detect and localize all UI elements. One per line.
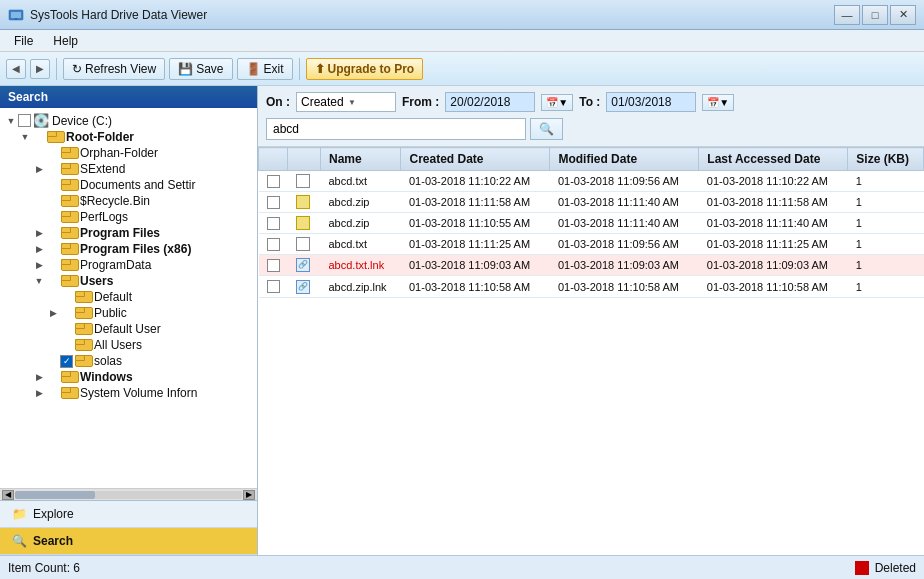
tree-checkbox-solas[interactable]: ✓ xyxy=(60,355,73,368)
row-name-5: abcd.zip.lnk xyxy=(321,276,401,297)
tree-label-solas: solas xyxy=(94,354,122,368)
tree-item-documents[interactable]: Documents and Settir xyxy=(0,177,257,193)
table-row[interactable]: 🔗abcd.zip.lnk01-03-2018 11:10:58 AM01-03… xyxy=(259,276,924,297)
row-checkbox-2[interactable] xyxy=(259,213,288,234)
tree-item-system-volume[interactable]: ▶System Volume Inforn xyxy=(0,385,257,401)
tree-item-srecycle[interactable]: $Recycle.Bin xyxy=(0,193,257,209)
tree-expand-programdata[interactable]: ▶ xyxy=(32,258,46,272)
tree-item-root-folder[interactable]: ▼Root-Folder xyxy=(0,129,257,145)
tree-checkbox-device-c[interactable] xyxy=(18,114,31,127)
upgrade-icon: ⬆ xyxy=(315,62,325,76)
col-accessed[interactable]: Last Accessed Date xyxy=(699,148,848,171)
tree-item-program-files-x86[interactable]: ▶Program Files (x86) xyxy=(0,241,257,257)
on-dropdown[interactable]: Created ▼ xyxy=(296,92,396,112)
row-checkbox-5[interactable] xyxy=(259,276,288,297)
save-button[interactable]: 💾 Save xyxy=(169,58,232,80)
tree-expand-root-folder[interactable]: ▼ xyxy=(18,130,32,144)
tree-expand-default[interactable] xyxy=(46,290,60,304)
checkbox-0[interactable] xyxy=(267,175,280,188)
tree-expand-program-files[interactable]: ▶ xyxy=(32,226,46,240)
checkbox-2[interactable] xyxy=(267,217,280,230)
to-date-picker-button[interactable]: 📅▼ xyxy=(702,94,734,111)
tree-expand-default-user[interactable] xyxy=(46,322,60,336)
file-table-wrapper[interactable]: Name Created Date Modified Date Last Acc… xyxy=(258,147,924,555)
explore-nav-item[interactable]: 📁 Explore xyxy=(0,501,257,528)
search-nav-item[interactable]: 🔍 Search xyxy=(0,528,257,555)
tree-cb-placeholder-root-folder xyxy=(32,131,45,144)
checkbox-1[interactable] xyxy=(267,196,280,209)
tree-item-default[interactable]: Default xyxy=(0,289,257,305)
to-date-input[interactable] xyxy=(606,92,696,112)
menu-help[interactable]: Help xyxy=(43,32,88,50)
search-go-button[interactable]: 🔍 xyxy=(530,118,563,140)
exit-button[interactable]: 🚪 Exit xyxy=(237,58,293,80)
row-icon-5: 🔗 xyxy=(288,276,321,297)
tree-item-users[interactable]: ▼Users xyxy=(0,273,257,289)
tree-item-perflogs[interactable]: PerfLogs xyxy=(0,209,257,225)
tree-expand-program-files-x86[interactable]: ▶ xyxy=(32,242,46,256)
row-checkbox-0[interactable] xyxy=(259,171,288,192)
menu-file[interactable]: File xyxy=(4,32,43,50)
tree-item-public[interactable]: ▶Public xyxy=(0,305,257,321)
hscroll-right[interactable]: ▶ xyxy=(243,490,255,500)
prev-button[interactable]: ◀ xyxy=(6,59,26,79)
from-date-input[interactable] xyxy=(445,92,535,112)
dropdown-arrow-icon: ▼ xyxy=(348,98,391,107)
tree-expand-solas[interactable] xyxy=(46,354,60,368)
tree-expand-srecycle[interactable] xyxy=(32,194,46,208)
tree-expand-device-c[interactable]: ▼ xyxy=(4,114,18,128)
tree-item-device-c[interactable]: ▼💽Device (C:) xyxy=(0,112,257,129)
tree-expand-public[interactable]: ▶ xyxy=(46,306,60,320)
tree-item-programdata[interactable]: ▶ProgramData xyxy=(0,257,257,273)
from-date-picker-button[interactable]: 📅▼ xyxy=(541,94,573,111)
minimize-button[interactable]: — xyxy=(834,5,860,25)
toolbar: ◀ ▶ ↻ Refresh View 💾 Save 🚪 Exit ⬆ Upgra… xyxy=(0,52,924,86)
row-checkbox-1[interactable] xyxy=(259,192,288,213)
tree-expand-system-volume[interactable]: ▶ xyxy=(32,386,46,400)
hscroll-left[interactable]: ◀ xyxy=(2,490,14,500)
tree-item-program-files[interactable]: ▶Program Files xyxy=(0,225,257,241)
search-text-input[interactable] xyxy=(266,118,526,140)
refresh-button[interactable]: ↻ Refresh View xyxy=(63,58,165,80)
tree-expand-orphan-folder[interactable] xyxy=(32,146,46,160)
col-name[interactable]: Name xyxy=(321,148,401,171)
table-row[interactable]: abcd.txt01-03-2018 11:11:25 AM01-03-2018… xyxy=(259,234,924,255)
close-button[interactable]: ✕ xyxy=(890,5,916,25)
tree-expand-windows[interactable]: ▶ xyxy=(32,370,46,384)
table-row[interactable]: abcd.txt01-03-2018 11:10:22 AM01-03-2018… xyxy=(259,171,924,192)
tree-expand-users[interactable]: ▼ xyxy=(32,274,46,288)
tree-item-all-users[interactable]: All Users xyxy=(0,337,257,353)
table-row[interactable]: abcd.zip01-03-2018 11:10:55 AM01-03-2018… xyxy=(259,213,924,234)
tree-item-sextend[interactable]: ▶SExtend xyxy=(0,161,257,177)
col-created[interactable]: Created Date xyxy=(401,148,550,171)
tree-label-device-c: Device (C:) xyxy=(52,114,112,128)
tree-label-system-volume: System Volume Inforn xyxy=(80,386,197,400)
row-checkbox-3[interactable] xyxy=(259,234,288,255)
row-checkbox-4[interactable] xyxy=(259,255,288,276)
tree-item-windows[interactable]: ▶Windows xyxy=(0,369,257,385)
tree-expand-documents[interactable] xyxy=(32,178,46,192)
tree-expand-perflogs[interactable] xyxy=(32,210,46,224)
col-modified[interactable]: Modified Date xyxy=(550,148,699,171)
checkbox-5[interactable] xyxy=(267,280,280,293)
checkbox-4[interactable] xyxy=(267,259,280,272)
row-name-2: abcd.zip xyxy=(321,213,401,234)
upgrade-button[interactable]: ⬆ Upgrade to Pro xyxy=(306,58,424,80)
tree-item-orphan-folder[interactable]: Orphan-Folder xyxy=(0,145,257,161)
table-row[interactable]: abcd.zip01-03-2018 11:11:58 AM01-03-2018… xyxy=(259,192,924,213)
maximize-button[interactable]: □ xyxy=(862,5,888,25)
checkbox-3[interactable] xyxy=(267,238,280,251)
tree-expand-all-users[interactable] xyxy=(46,338,60,352)
col-size[interactable]: Size (KB) xyxy=(848,148,924,171)
tree-area[interactable]: ▼💽Device (C:)▼Root-FolderOrphan-Folder▶S… xyxy=(0,108,257,488)
row-modified-2: 01-03-2018 11:11:40 AM xyxy=(550,213,699,234)
tree-item-default-user[interactable]: Default User xyxy=(0,321,257,337)
next-button[interactable]: ▶ xyxy=(30,59,50,79)
folder-icon-all-users xyxy=(75,339,91,351)
tree-item-solas[interactable]: ✓solas xyxy=(0,353,257,369)
hscroll-thumb[interactable] xyxy=(15,491,95,499)
table-row[interactable]: 🔗abcd.txt.lnk01-03-2018 11:09:03 AM01-03… xyxy=(259,255,924,276)
folder-icon-system-volume xyxy=(61,387,77,399)
hscroll-bar[interactable]: ◀ ▶ xyxy=(0,488,257,500)
tree-expand-sextend[interactable]: ▶ xyxy=(32,162,46,176)
